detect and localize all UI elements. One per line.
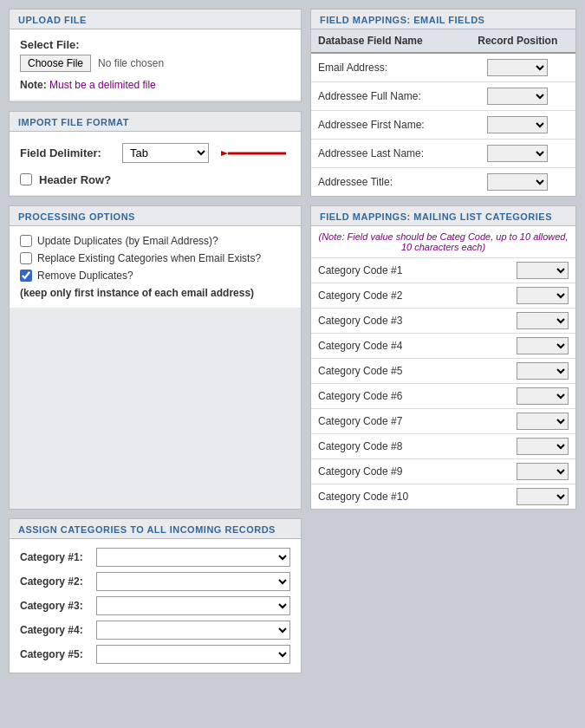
- assign-cat-select-4[interactable]: Category A Category B: [96, 621, 290, 640]
- email-field-select-2[interactable]: 123: [487, 88, 548, 105]
- mailing-cat-label: Category Code #3: [311, 309, 473, 334]
- mailing-cat-select-cell: 123: [473, 359, 575, 384]
- email-field-row: Addressee Title: 123: [311, 168, 575, 197]
- mailing-categories-note: (Note: Field value should be Categ Code,…: [311, 226, 575, 258]
- assign-cat-select-3[interactable]: Category A Category B: [96, 596, 290, 615]
- mailing-cat-label: Category Code #4: [311, 334, 473, 359]
- mailing-cat-label: Category Code #1: [311, 258, 473, 283]
- mailing-cat-select-cell: 123: [473, 459, 575, 484]
- mailing-cat-row: Category Code #7 123: [311, 409, 575, 434]
- mailing-cat-row: Category Code #2 123: [311, 283, 575, 309]
- mailing-cat-row: Category Code #6 123: [311, 384, 575, 409]
- assign-cat-select-2[interactable]: Category A Category B: [96, 572, 290, 591]
- mailing-cat-label: Category Code #6: [311, 384, 473, 409]
- remove-duplicates-checkbox[interactable]: [20, 270, 32, 282]
- mailing-cat-select-9[interactable]: 123: [517, 463, 569, 480]
- assign-category-row: Category #2: Category A Category B: [20, 572, 290, 591]
- email-field-row: Email Address: 123: [311, 53, 575, 82]
- assign-cat-select-1[interactable]: Category A Category B: [96, 548, 290, 567]
- processing-options-header: PROCESSING OPTIONS: [10, 206, 301, 226]
- mailing-cat-select-cell: 123: [473, 434, 575, 459]
- assign-category-row: Category #4: Category A Category B: [20, 621, 290, 640]
- mailing-cat-select-cell: 123: [473, 484, 575, 510]
- assign-categories-panel: ASSIGN CATEGORIES TO ALL INCOMING RECORD…: [9, 518, 302, 673]
- mailing-cat-select-cell: 123: [473, 334, 575, 359]
- mailing-cat-select-cell: 123: [473, 258, 575, 283]
- mailing-cat-select-cell: 123: [473, 283, 575, 309]
- email-field-select-cell: 123: [459, 82, 575, 111]
- mailing-cat-label: Category Code #9: [311, 459, 473, 484]
- email-fields-table: Database Field Name Record Position Emai…: [311, 29, 575, 196]
- email-field-select-4[interactable]: 123: [487, 145, 548, 162]
- assign-category-row: Category #3: Category A Category B: [20, 596, 290, 615]
- email-field-select-cell: 123: [459, 111, 575, 140]
- assign-cat-label-3: Category #3:: [20, 600, 89, 612]
- mailing-cat-row: Category Code #1 123: [311, 258, 575, 283]
- remove-duplicates-label[interactable]: Remove Duplicates?: [37, 270, 133, 282]
- email-field-select-3[interactable]: 123: [487, 116, 548, 133]
- mailing-cat-label: Category Code #8: [311, 434, 473, 459]
- import-format-header: IMPORT FILE FORMAT: [10, 112, 301, 132]
- mailing-cat-select-3[interactable]: 123: [517, 312, 569, 329]
- email-field-select-1[interactable]: 123: [487, 59, 548, 76]
- replace-categories-label[interactable]: Replace Existing Categories when Email E…: [37, 252, 261, 264]
- email-fields-header: FIELD MAPPINGS: EMAIL FIELDS: [311, 10, 575, 29]
- header-row-label[interactable]: Header Row?: [39, 173, 111, 186]
- assign-cat-label-5: Category #5:: [20, 648, 89, 660]
- email-field-label: Addressee First Name:: [311, 111, 459, 140]
- mailing-cat-select-4[interactable]: 123: [517, 337, 569, 354]
- col-record-position: Record Position: [459, 29, 575, 53]
- mailing-cat-label: Category Code #2: [311, 283, 473, 309]
- mailing-cat-row: Category Code #4 123: [311, 334, 575, 359]
- update-duplicates-checkbox[interactable]: [20, 235, 32, 247]
- mailing-cat-label: Category Code #7: [311, 409, 473, 434]
- email-field-row: Addressee Last Name: 123: [311, 140, 575, 168]
- assign-category-row: Category #5: Category A Category B: [20, 645, 290, 664]
- mailing-cat-select-cell: 123: [473, 309, 575, 334]
- mailing-categories-panel: FIELD MAPPINGS: MAILING LIST CATEGORIES …: [310, 205, 576, 510]
- processing-options-panel: PROCESSING OPTIONS Update Duplicates (by…: [9, 205, 302, 510]
- email-field-select-cell: 123: [459, 53, 575, 82]
- email-field-row: Addressee Full Name: 123: [311, 82, 575, 111]
- mailing-cat-label: Category Code #5: [311, 359, 473, 384]
- processing-note: (keep only first instance of each email …: [20, 287, 290, 299]
- email-field-select-5[interactable]: 123: [487, 173, 548, 191]
- upload-file-header: UPLOAD FILE: [10, 10, 301, 29]
- mailing-cat-select-5[interactable]: 123: [517, 362, 569, 380]
- assign-cat-label-2: Category #2:: [20, 575, 89, 588]
- red-arrow-icon: [221, 140, 290, 166]
- delimiter-select[interactable]: Tab Comma Pipe Semicolon: [122, 143, 209, 163]
- email-field-select-cell: 123: [459, 140, 575, 168]
- mailing-cat-select-cell: 123: [473, 409, 575, 434]
- assign-categories-header: ASSIGN CATEGORIES TO ALL INCOMING RECORD…: [10, 519, 301, 539]
- upload-file-panel: UPLOAD FILE Select File: Choose File No …: [9, 9, 302, 102]
- mailing-cat-select-8[interactable]: 123: [517, 438, 569, 455]
- email-field-row: Addressee First Name: 123: [311, 111, 575, 140]
- col-db-field-name: Database Field Name: [311, 29, 459, 53]
- mailing-cat-select-1[interactable]: 123: [517, 262, 569, 279]
- mailing-cat-select-10[interactable]: 123: [517, 488, 569, 505]
- mailing-cat-select-7[interactable]: 123: [517, 413, 569, 430]
- note-value: Must be a delimited file: [49, 79, 156, 91]
- assign-cat-select-5[interactable]: Category A Category B: [96, 645, 290, 664]
- header-row-checkbox[interactable]: [20, 173, 32, 185]
- mailing-cat-select-2[interactable]: 123: [517, 287, 569, 304]
- email-field-label: Email Address:: [311, 53, 459, 82]
- mailing-cat-row: Category Code #10 123: [311, 484, 575, 510]
- replace-categories-row: Replace Existing Categories when Email E…: [20, 252, 290, 264]
- email-fields-panel: FIELD MAPPINGS: EMAIL FIELDS Database Fi…: [310, 9, 576, 197]
- mailing-cat-label: Category Code #10: [311, 484, 473, 510]
- replace-categories-checkbox[interactable]: [20, 252, 32, 264]
- mailing-categories-table: Category Code #1 123 Category Code #2 12…: [311, 258, 575, 509]
- update-duplicates-label[interactable]: Update Duplicates (by Email Address)?: [37, 235, 218, 247]
- mailing-cat-row: Category Code #5 123: [311, 359, 575, 384]
- choose-file-button[interactable]: Choose File: [20, 55, 91, 72]
- email-field-label: Addressee Full Name:: [311, 82, 459, 111]
- mailing-cat-row: Category Code #9 123: [311, 459, 575, 484]
- field-delimiter-label: Field Delimiter:: [20, 146, 115, 159]
- update-duplicates-row: Update Duplicates (by Email Address)?: [20, 235, 290, 247]
- remove-duplicates-row: Remove Duplicates?: [20, 270, 290, 282]
- import-format-panel: IMPORT FILE FORMAT Field Delimiter: Tab …: [9, 111, 302, 198]
- mailing-cat-select-6[interactable]: 123: [517, 387, 569, 405]
- mailing-cat-row: Category Code #3 123: [311, 309, 575, 334]
